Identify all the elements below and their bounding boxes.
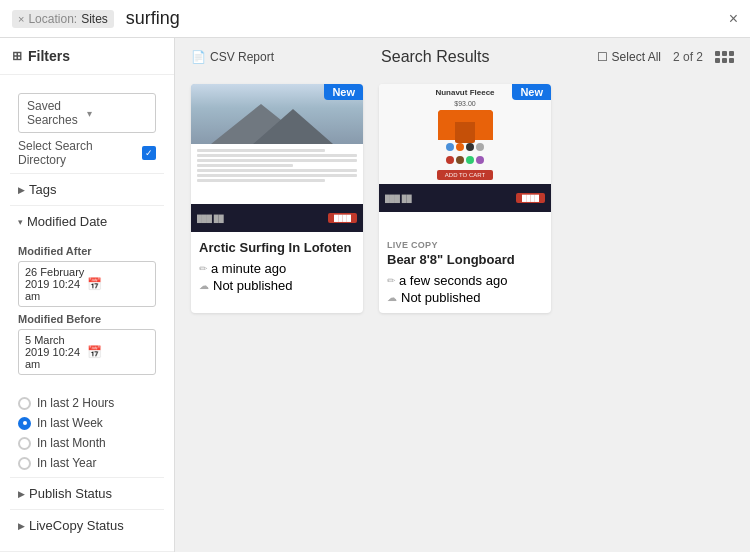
card1-bar-text: ███ ██ bbox=[197, 215, 224, 222]
livecopy-status-section-header[interactable]: ▶ LiveCopy Status bbox=[10, 509, 164, 541]
main-layout: ⊞ Filters Saved Searches ▾ Select Search… bbox=[0, 38, 750, 552]
pencil-icon: ✏ bbox=[199, 263, 207, 274]
card2-bar-text: ███ ██ bbox=[385, 195, 412, 202]
radio-month-label: In last Month bbox=[37, 436, 106, 450]
color-orange bbox=[456, 143, 464, 151]
chevron-down-icon: ▾ bbox=[87, 108, 147, 119]
card1-red-button: ████ bbox=[328, 213, 357, 223]
modified-before-label: Modified Before bbox=[18, 313, 156, 325]
results-count: 2 of 2 bbox=[673, 50, 703, 64]
modified-after-input[interactable]: 26 February 2019 10:24 am 📅 bbox=[18, 261, 156, 307]
location-label: Location: bbox=[28, 12, 77, 26]
card1-meta-status: ☁ Not published bbox=[199, 278, 355, 293]
tags-arrow-icon: ▶ bbox=[18, 185, 25, 195]
radio-last-week[interactable]: In last Week bbox=[18, 413, 156, 433]
csv-icon: 📄 bbox=[191, 50, 206, 64]
color-purple bbox=[476, 156, 484, 164]
filters-header: ⊞ Filters bbox=[0, 38, 174, 75]
select-all-checkbox-icon: ☐ bbox=[597, 50, 608, 64]
select-all-label: Select All bbox=[612, 50, 661, 64]
card2-bg: Nunavut Fleece $93.00 bbox=[379, 84, 551, 232]
card2-status: Not published bbox=[401, 290, 481, 305]
publish-status-section-header[interactable]: ▶ Publish Status bbox=[10, 477, 164, 509]
radio-last-month[interactable]: In last Month bbox=[18, 433, 156, 453]
grid-view-icon[interactable] bbox=[715, 51, 734, 63]
sidebar: ⊞ Filters Saved Searches ▾ Select Search… bbox=[0, 38, 175, 552]
search-directory-checkbox[interactable] bbox=[142, 146, 156, 160]
saved-searches-label: Saved Searches bbox=[27, 99, 87, 127]
card1-status: Not published bbox=[213, 278, 293, 293]
cloud2-icon: ☁ bbox=[387, 292, 397, 303]
card1-text-area bbox=[191, 144, 363, 204]
pencil2-icon: ✏ bbox=[387, 275, 395, 286]
card2-title: Bear 8'8" Longboard bbox=[387, 252, 543, 269]
card2-cta-button: ADD TO CART bbox=[437, 170, 493, 180]
color-blue bbox=[446, 143, 454, 151]
card2-thumbnail: New Nunavut Fleece $93.00 bbox=[379, 84, 551, 232]
modified-after-value: 26 February 2019 10:24 am bbox=[25, 266, 87, 302]
csv-report-button[interactable]: 📄 CSV Report bbox=[191, 50, 274, 64]
search-term: surfing bbox=[126, 8, 180, 29]
modified-after-label: Modified After bbox=[18, 245, 156, 257]
window-close-button[interactable]: × bbox=[729, 10, 738, 28]
card2-dark-bar: ███ ██ ████ bbox=[379, 184, 551, 212]
modified-date-section-header[interactable]: ▾ Modified Date bbox=[10, 205, 164, 237]
radio-week-label: In last Week bbox=[37, 416, 103, 430]
results-title: Search Results bbox=[286, 48, 585, 66]
card-longboard[interactable]: New Nunavut Fleece $93.00 bbox=[379, 84, 551, 313]
livecopy-status-label: LiveCopy Status bbox=[29, 518, 124, 533]
livecopy-arrow-icon: ▶ bbox=[18, 521, 25, 531]
results-grid: New bbox=[175, 76, 750, 321]
color-red bbox=[446, 156, 454, 164]
csv-report-label: CSV Report bbox=[210, 50, 274, 64]
calendar-after-icon[interactable]: 📅 bbox=[87, 277, 149, 291]
card-arctic-surfing[interactable]: New bbox=[191, 84, 363, 313]
time-filter-group: In last 2 Hours In last Week In last Mon… bbox=[10, 389, 164, 477]
card2-meta-status: ☁ Not published bbox=[387, 290, 543, 305]
radio-month-circle bbox=[18, 437, 31, 450]
card2-meta-time: ✏ a few seconds ago bbox=[387, 273, 543, 288]
color-green bbox=[466, 156, 474, 164]
right-panel: 📄 CSV Report Search Results ☐ Select All… bbox=[175, 38, 750, 552]
modified-before-input[interactable]: 5 March 2019 10:24 am 📅 bbox=[18, 329, 156, 375]
filters-label: Filters bbox=[28, 48, 70, 64]
filters-icon: ⊞ bbox=[12, 49, 22, 63]
card1-title: Arctic Surfing In Lofoten bbox=[199, 240, 355, 257]
card2-second-color-row bbox=[446, 156, 484, 164]
card1-meta-time: ✏ a minute ago bbox=[199, 261, 355, 276]
card2-red-button: ████ bbox=[516, 193, 545, 203]
radio-week-circle bbox=[18, 417, 31, 430]
modified-date-label: Modified Date bbox=[27, 214, 107, 229]
color-brown bbox=[456, 156, 464, 164]
saved-searches-dropdown[interactable]: Saved Searches ▾ bbox=[18, 93, 156, 133]
location-tag[interactable]: × Location: Sites bbox=[12, 10, 114, 28]
tags-section-header[interactable]: ▶ Tags bbox=[10, 173, 164, 205]
cloud-icon: ☁ bbox=[199, 280, 209, 291]
modified-date-section: Modified After 26 February 2019 10:24 am… bbox=[10, 237, 164, 389]
radio-year-circle bbox=[18, 457, 31, 470]
color-dark bbox=[466, 143, 474, 151]
modified-before-value: 5 March 2019 10:24 am bbox=[25, 334, 87, 370]
top-bar: × Location: Sites surfing × bbox=[0, 0, 750, 38]
radio-last-2-hours[interactable]: In last 2 Hours bbox=[18, 393, 156, 413]
radio-last-year[interactable]: In last Year bbox=[18, 453, 156, 473]
card2-color-options bbox=[446, 143, 484, 151]
card2-product-price: $93.00 bbox=[454, 100, 475, 107]
tags-label: Tags bbox=[29, 182, 56, 197]
search-directory-row: Select Search Directory bbox=[18, 139, 156, 167]
select-all-button[interactable]: ☐ Select All bbox=[597, 50, 661, 64]
card1-info: Arctic Surfing In Lofoten ✏ a minute ago… bbox=[191, 232, 363, 301]
location-value: Sites bbox=[81, 12, 108, 26]
card1-new-badge: New bbox=[324, 84, 363, 100]
card2-time: a few seconds ago bbox=[399, 273, 507, 288]
radio-2hours-circle bbox=[18, 397, 31, 410]
color-gray bbox=[476, 143, 484, 151]
card2-product-name: Nunavut Fleece bbox=[435, 88, 494, 97]
modified-date-arrow-icon: ▾ bbox=[18, 217, 23, 227]
calendar-before-icon[interactable]: 📅 bbox=[87, 345, 149, 359]
card1-dark-bar: ███ ██ ████ bbox=[191, 204, 363, 232]
card1-time: a minute ago bbox=[211, 261, 286, 276]
close-location-icon[interactable]: × bbox=[18, 13, 24, 25]
results-header: 📄 CSV Report Search Results ☐ Select All… bbox=[175, 38, 750, 76]
card1-bg: ███ ██ ████ bbox=[191, 84, 363, 232]
